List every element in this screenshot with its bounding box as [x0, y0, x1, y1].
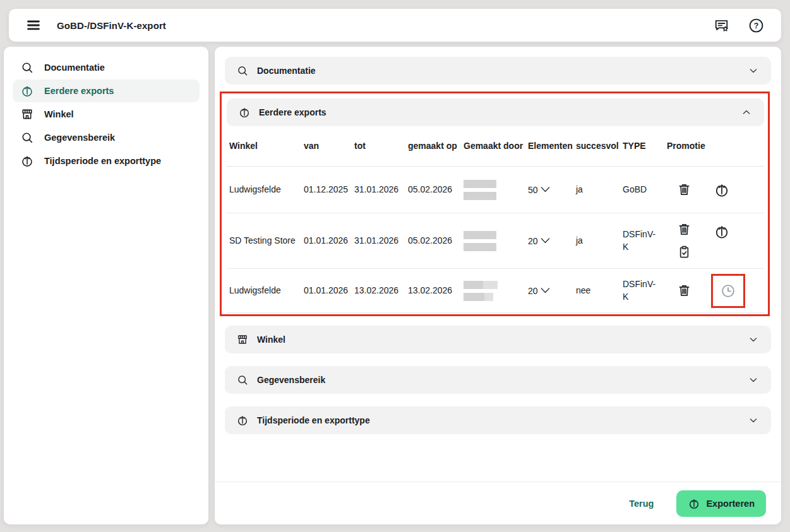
chevron-down-icon: [747, 374, 760, 386]
redaction-bar: [464, 293, 493, 301]
cell-type: GoBD: [623, 184, 663, 196]
download-export-button[interactable]: [714, 182, 730, 198]
accordion-label: Winkel: [257, 334, 285, 345]
col-header-type: TYPE: [623, 140, 663, 153]
back-button[interactable]: Terug: [629, 499, 654, 509]
exports-table: Winkel van tot gemaakt op Gemaakt door E…: [227, 126, 764, 313]
table-header-row: Winkel van tot gemaakt op Gemaakt door E…: [227, 126, 764, 167]
redacted-user: [464, 231, 528, 251]
cell-succesvol: ja: [576, 235, 623, 247]
cell-tot: 31.01.2026: [354, 184, 408, 196]
col-header-elementen: Elementen: [528, 140, 576, 153]
expand-chevron-icon[interactable]: [539, 234, 552, 247]
cell-van: 01.12.2025: [304, 184, 354, 196]
redaction-bar: [464, 180, 496, 188]
sidebar-item-tijdsperiode[interactable]: Tijdsperiode en exporttype: [13, 150, 200, 172]
sidebar-item-label: Tijdsperiode en exporttype: [44, 156, 161, 166]
accordion-winkel[interactable]: Winkel: [225, 326, 771, 353]
delete-icon: [676, 182, 692, 198]
sidebar-item-gegevensbereik[interactable]: Gegevensbereik: [13, 126, 200, 149]
delete-export-button[interactable]: [676, 182, 692, 198]
cell-elementen: 20: [528, 234, 576, 247]
col-header-van: van: [304, 140, 354, 153]
upload-icon: [714, 223, 730, 240]
store-icon: [20, 107, 34, 121]
cell-type: DSFinV-K: [623, 278, 663, 303]
search-icon: [236, 64, 249, 77]
cell-van: 01.01.2026: [304, 285, 354, 297]
accordion-documentatie[interactable]: Documentatie: [225, 57, 771, 85]
sidebar-item-label: Documentatie: [44, 62, 105, 73]
cell-succesvol: nee: [576, 285, 623, 297]
svg-text:?: ?: [754, 21, 759, 30]
topbar-actions: ?: [713, 17, 765, 34]
sidebar-item-documentatie[interactable]: Documentatie: [13, 56, 200, 79]
annotation-box-eerdere-exports: Eerdere exports Winkel van tot gemaakt o…: [220, 92, 770, 316]
sidebar-item-winkel[interactable]: Winkel: [13, 103, 200, 126]
expand-chevron-icon[interactable]: [539, 183, 552, 196]
export-button[interactable]: Exporteren: [676, 490, 766, 517]
cell-elementen: 50: [528, 183, 576, 196]
chevron-down-icon: [747, 333, 760, 346]
sidebar-item-label: Gegevensbereik: [44, 133, 115, 143]
cell-actions-delete: [663, 182, 705, 198]
upload-icon: [20, 84, 34, 98]
accordion-tijdsperiode[interactable]: Tijdsperiode en exporttype: [225, 406, 771, 434]
hamburger-glyph: [25, 17, 42, 33]
accordion-eerdere-exports[interactable]: Eerdere exports: [227, 98, 764, 126]
checklist-button[interactable]: [676, 244, 692, 261]
help-button[interactable]: ?: [748, 17, 765, 34]
upload-icon: [688, 497, 700, 510]
upload-icon: [20, 154, 34, 168]
cell-gemaakt-op: 05.02.2026: [408, 235, 464, 247]
sidebar-item-label: Winkel: [44, 109, 74, 119]
app-window: GoBD-/DSFinV-K-export ? Documentatie: [0, 0, 790, 532]
delete-export-button[interactable]: [676, 222, 692, 238]
accordion-label: Tijdsperiode en exporttype: [257, 415, 370, 425]
delete-icon: [676, 222, 692, 237]
page-title: GoBD-/DSFinV-K-export: [57, 20, 166, 31]
search-icon: [20, 61, 34, 74]
hamburger-menu-icon[interactable]: [25, 17, 42, 33]
accordion-label: Eerdere exports: [259, 107, 326, 117]
cell-actions-promotie: [705, 274, 764, 308]
cell-winkel: Ludwigsfelde: [229, 184, 304, 196]
chevron-up-icon: [740, 106, 753, 119]
redaction-bar: [464, 231, 496, 239]
upload-icon: [238, 106, 251, 119]
accordion-gegevensbereik[interactable]: Gegevensbereik: [225, 366, 771, 394]
cell-actions-delete: [663, 283, 705, 299]
clipboard-check-icon: [676, 244, 692, 260]
action-footer: Terug Exporteren: [215, 482, 781, 524]
table-row: SD Testing Store 01.01.2026 31.01.2026 0…: [227, 213, 764, 269]
table-row: Ludwigsfelde 01.01.2026 13.02.2026 13.02…: [227, 269, 764, 313]
accordion-label: Documentatie: [257, 66, 316, 76]
main-panel: Documentatie Eerdere exports Winkel van …: [215, 47, 781, 524]
col-header-promotie: Promotie: [663, 140, 764, 153]
chevron-down-icon: [747, 64, 760, 77]
cell-van: 01.01.2026: [304, 235, 354, 247]
cell-type: DSFinV-K: [623, 228, 663, 253]
annotation-box-clock: [711, 274, 745, 308]
main-panel-inner: Documentatie Eerdere exports Winkel van …: [215, 47, 781, 434]
upload-icon: [714, 182, 730, 198]
expand-chevron-icon[interactable]: [539, 284, 552, 297]
table-row: Ludwigsfelde 01.12.2025 31.01.2026 05.02…: [227, 167, 764, 213]
search-icon: [20, 131, 34, 145]
cell-succesvol: ja: [576, 184, 623, 196]
spacer: [225, 394, 771, 406]
sidebar-item-eerdere-exports[interactable]: Eerdere exports: [13, 80, 200, 102]
download-export-button[interactable]: [714, 223, 730, 240]
elementen-count: 20: [528, 286, 538, 296]
chevron-down-icon: [747, 414, 760, 427]
col-header-gemaakt-op: gemaakt op: [408, 140, 464, 153]
delete-export-button[interactable]: [676, 283, 692, 299]
feedback-button[interactable]: [713, 17, 730, 34]
upload-icon: [236, 414, 249, 427]
cell-actions-delete: [663, 222, 705, 261]
cell-tot: 31.01.2026: [354, 235, 408, 247]
store-icon: [236, 333, 249, 346]
clock-icon: [720, 283, 736, 299]
redaction-bar: [464, 281, 498, 289]
elementen-count: 20: [528, 236, 538, 246]
